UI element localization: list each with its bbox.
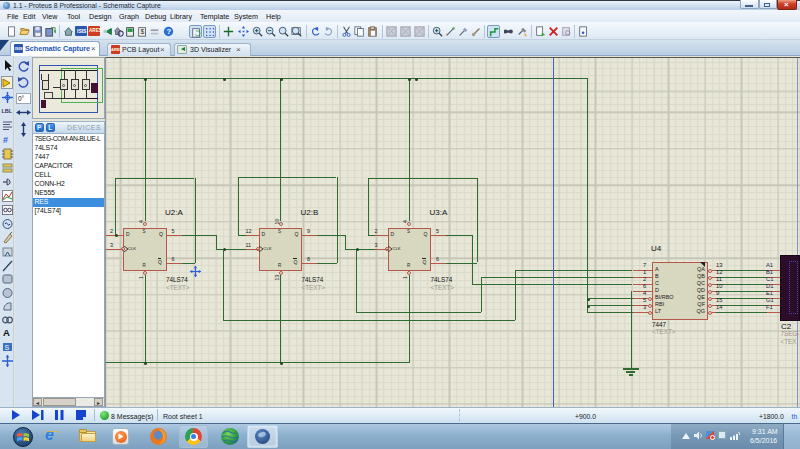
svg-text:S: S — [5, 344, 10, 351]
svg-text:?: ? — [166, 27, 171, 36]
svg-text:$: $ — [140, 28, 144, 35]
